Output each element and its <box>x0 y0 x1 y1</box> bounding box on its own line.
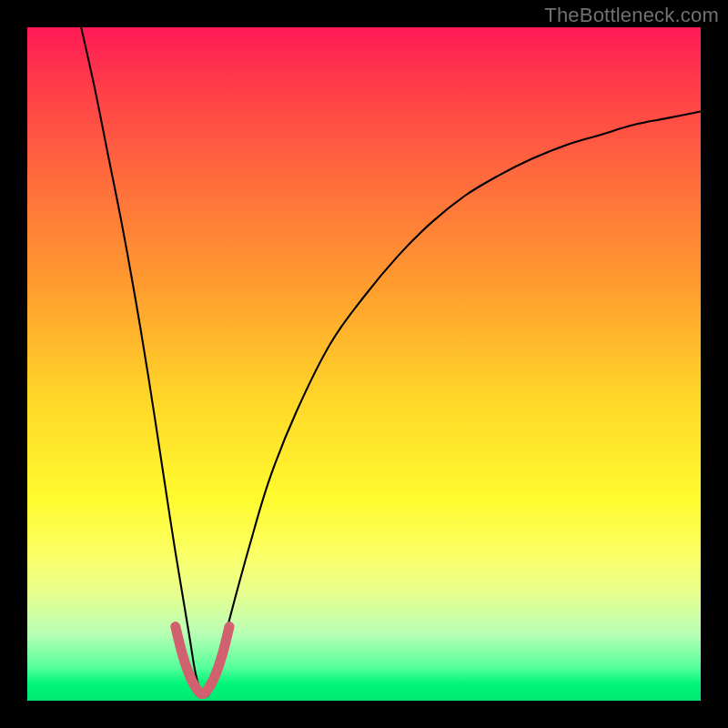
chart-svg <box>27 27 701 701</box>
bottleneck-curve-line <box>81 27 701 697</box>
optimal-zone-marker-line <box>176 627 229 694</box>
watermark-text: TheBottleneck.com <box>544 4 719 27</box>
chart-container: TheBottleneck.com <box>0 0 728 728</box>
plot-area <box>27 27 701 701</box>
